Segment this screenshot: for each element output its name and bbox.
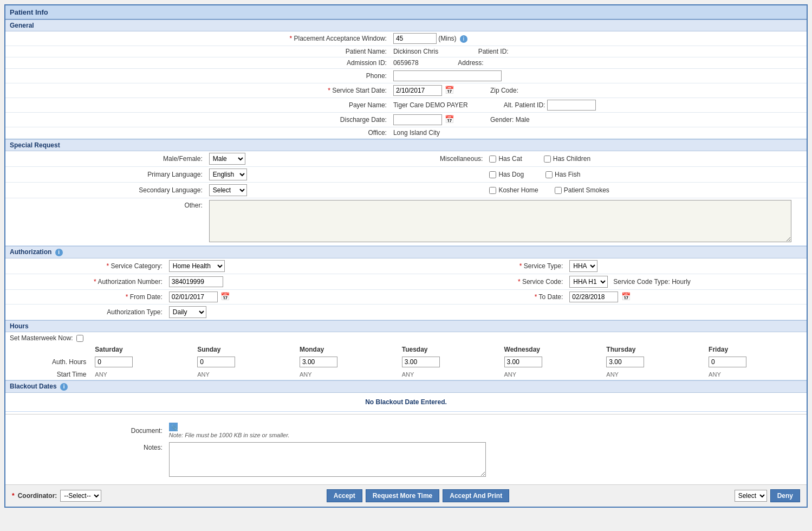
wednesday-header: Wednesday [500,344,602,355]
special-request-section: Special Request Male/Female: Male Female… [5,139,807,246]
service-category-select[interactable]: Home Health Personal Care Other [169,260,225,272]
patient-smokes-item: Patient Smokes [555,186,609,194]
payer-row: Payer Name: Tiger Care DEMO PAYER Alt. P… [5,98,807,113]
accept-button[interactable]: Accept [327,489,362,502]
thu-hours-input[interactable] [606,357,644,367]
payer-name-value: Tiger Care DEMO PAYER [393,101,468,109]
has-fish-item: Has Fish [545,171,580,178]
mon-start-time: ANY [300,371,312,378]
has-children-item: Has Children [544,155,590,163]
to-date-calendar-icon[interactable]: 📅 [621,292,631,301]
secondary-language-select[interactable]: Select English Spanish French Other [209,184,247,196]
blackout-info-icon[interactable]: i [60,383,68,391]
service-start-date-input[interactable] [393,85,442,96]
secondary-lang-row: Secondary Language: Select English Spani… [5,183,807,198]
primary-lang-row: Primary Language: English Spanish French… [5,167,807,183]
document-row: Document: 📎 Note: File must be 1000 KB i… [5,421,807,441]
action-buttons: Accept Request More Time Accept And Prin… [327,489,509,502]
day-headers-row: Saturday Sunday Monday Tuesday Wednesday… [5,344,807,355]
has-cat-checkbox[interactable] [489,156,496,163]
tue-start-time: ANY [402,371,414,378]
fri-start-time: ANY [709,371,721,378]
other-row: Other: [5,198,807,246]
notes-textarea[interactable] [169,442,486,477]
service-type-select[interactable]: HHA RN PT OT [569,260,597,272]
set-masterweek-checkbox[interactable] [76,335,83,342]
patient-name-row: Patient Name: Dickinson Chris Patient ID… [5,46,807,57]
office-value: Long Island City [393,129,440,137]
page-container: Patient Info General * Placement Accepta… [4,4,808,508]
document-note: Note: File must be 1000 KB in size or sm… [169,432,290,438]
page-title-text: Patient Info [10,8,48,16]
patient-smokes-checkbox[interactable] [555,187,562,194]
patient-name-value: Dickinson Chris [393,48,438,55]
has-fish-checkbox[interactable] [545,171,553,178]
hours-table: Saturday Sunday Monday Tuesday Wednesday… [5,344,807,380]
placement-input[interactable] [393,33,437,44]
deny-select[interactable]: Select [735,490,767,502]
from-date-input[interactable] [169,292,218,302]
placement-info-icon[interactable]: i [460,35,467,43]
monday-header: Monday [295,344,398,355]
sat-start-time: ANY [95,371,107,378]
auth-type-select[interactable]: Daily Weekly Monthly [169,306,206,318]
primary-language-select[interactable]: English Spanish French Other [209,169,247,180]
set-masterweek-row: Set Masterweek Now: [5,332,807,344]
sat-hours-input[interactable] [95,357,133,367]
request-more-time-button[interactable]: Request More Time [366,489,439,502]
authorization-section: Authorization i * Service Category: Home… [5,246,807,320]
from-date-row: * From Date: 📅 * To Date: 📅 [5,290,807,305]
to-date-input[interactable] [569,292,618,302]
authorization-header: Authorization i [5,246,807,258]
deny-button[interactable]: Deny [770,489,800,502]
other-textarea[interactable] [209,200,791,242]
friday-header: Friday [704,344,807,355]
blackout-header: Blackout Dates i [5,380,807,393]
document-upload-icon[interactable]: 📎 [169,423,178,431]
mon-hours-input[interactable] [300,357,337,367]
admission-row: Admission ID: 0659678 Address: [5,57,807,69]
thu-start-time: ANY [606,371,619,378]
document-section: Document: 📎 Note: File must be 1000 KB i… [5,417,807,484]
special-request-header: Special Request [5,139,807,151]
wed-hours-input[interactable] [504,357,542,367]
discharge-calendar-icon[interactable]: 📅 [445,115,454,124]
general-table: * Placement Acceptance Window: (Mins) i … [5,31,807,139]
alt-patient-id-input[interactable] [547,100,596,111]
accept-and-print-button[interactable]: Accept And Print [443,489,509,502]
tue-hours-input[interactable] [402,357,440,367]
sun-hours-input[interactable] [197,357,235,367]
general-section: General * Placement Acceptance Window: (… [5,20,807,139]
male-female-row: Male/Female: Male Female Either Miscella… [5,151,807,167]
auth-number-row: * Authorization Number: * Service Code: … [5,274,807,290]
auth-number-input[interactable] [169,276,223,287]
service-code-type-value: Hourly [672,278,691,286]
has-cat-item: Has Cat [489,155,522,163]
fri-hours-input[interactable] [709,357,746,367]
service-start-calendar-icon[interactable]: 📅 [445,86,454,94]
has-dog-checkbox[interactable] [489,171,496,178]
has-children-checkbox[interactable] [544,156,551,163]
service-start-row: * Service Start Date: 📅 Zip Code: [5,83,807,98]
coordinator-select[interactable]: --Select-- [60,490,101,502]
hours-section: Hours Set Masterweek Now: Saturday Sunda… [5,320,807,380]
phone-row: Phone: [5,69,807,83]
divider [5,414,807,415]
discharge-row: Discharge Date: 📅 Gender: Male [5,113,807,127]
phone-input[interactable] [393,70,502,81]
blackout-message: No Blackout Date Entered. [5,393,807,411]
service-category-row: * Service Category: Home Health Personal… [5,258,807,274]
gender-value: Male [516,116,530,124]
placement-row: * Placement Acceptance Window: (Mins) i [5,31,807,46]
authorization-table: * Service Category: Home Health Personal… [5,258,807,320]
auth-type-row: Authorization Type: Daily Weekly Monthly [5,305,807,320]
auth-info-icon[interactable]: i [55,249,63,256]
general-header: General [5,20,807,31]
from-date-calendar-icon[interactable]: 📅 [220,292,230,301]
male-female-select[interactable]: Male Female Either [209,153,245,165]
discharge-date-input[interactable] [393,114,442,125]
bottom-bar: * Coordinator: --Select-- Accept Request… [5,484,807,507]
service-code-select[interactable]: HHA H1 HHA H2 HHA H3 [569,276,608,288]
sunday-header: Sunday [193,344,295,355]
kosher-home-checkbox[interactable] [489,187,496,194]
